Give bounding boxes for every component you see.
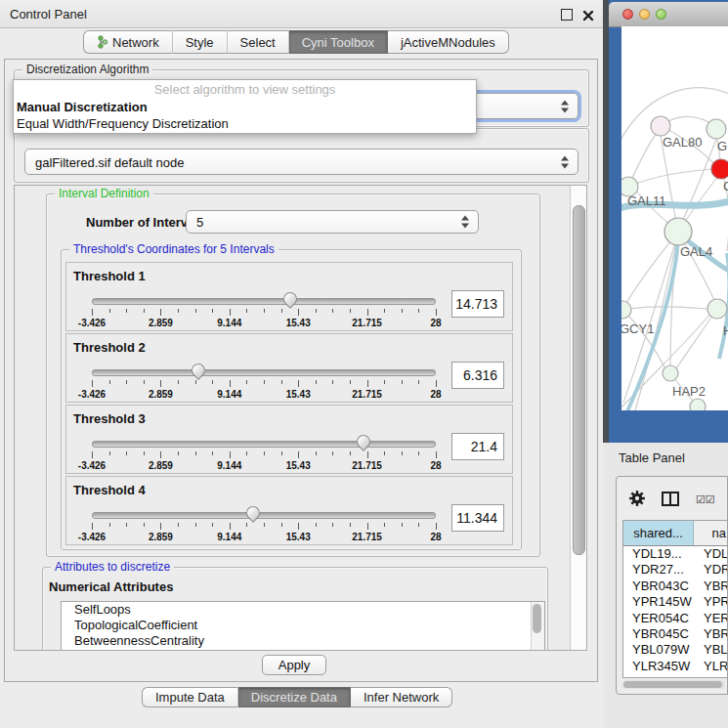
slider-thumb-icon[interactable] xyxy=(189,361,208,380)
attributes-scrollbar[interactable] xyxy=(531,602,544,651)
slider-tick-label: -3.426 xyxy=(78,389,106,400)
cell-shared-name[interactable]: YER054C xyxy=(623,611,693,626)
tab-jactivemnodules[interactable]: jActiveMNodules xyxy=(388,30,509,54)
table-horizontal-scrollbar[interactable] xyxy=(622,680,725,689)
slider-thumb-icon[interactable] xyxy=(280,289,300,309)
network-node[interactable] xyxy=(664,218,692,245)
cell-shared-name[interactable]: YBL079W xyxy=(623,642,693,658)
column-header-name[interactable]: na xyxy=(694,521,727,545)
network-node[interactable] xyxy=(651,116,670,136)
table-row[interactable]: YBR043CYBR0 xyxy=(623,578,727,594)
minimize-traffic-light-icon[interactable] xyxy=(639,9,650,20)
network-node[interactable] xyxy=(707,299,727,319)
float-window-icon[interactable] xyxy=(561,9,573,21)
network-edge[interactable] xyxy=(661,136,678,232)
dropdown-item-manual-discretization[interactable]: Manual Discretization xyxy=(14,99,476,115)
attribute-list-item[interactable]: SelfLoops xyxy=(62,602,544,618)
cell-shared-name[interactable]: YBR045C xyxy=(623,626,693,642)
threshold-slider[interactable]: -3.4262.8599.14415.4321.71528 xyxy=(92,435,436,470)
threshold-panel: Threshold 2 -3.4262.8599.14415.4321.7152… xyxy=(65,333,513,403)
tab-style[interactable]: Style xyxy=(173,30,228,54)
tab-discretize-data[interactable]: Discretize Data xyxy=(238,687,351,707)
cell-shared-name[interactable]: YPR145W xyxy=(623,594,693,610)
network-node[interactable] xyxy=(707,119,726,139)
threshold-value-field[interactable] xyxy=(451,504,504,532)
close-icon[interactable] xyxy=(582,8,594,20)
cell-shared-name[interactable]: YLR345W xyxy=(623,659,693,674)
network-node[interactable] xyxy=(690,399,706,410)
table-row[interactable]: YIL052CYIL0 xyxy=(623,674,727,678)
zoom-traffic-light-icon[interactable] xyxy=(656,9,666,20)
table-row[interactable]: YER054CYER0 xyxy=(623,611,727,626)
cell-name[interactable]: YER0 xyxy=(693,611,727,626)
gear-icon[interactable] xyxy=(628,490,646,511)
threshold-value-field[interactable] xyxy=(451,433,504,460)
table-data-combobox[interactable]: galFiltered.sif default node xyxy=(24,149,578,175)
cell-name[interactable]: YBL0 xyxy=(693,642,727,658)
network-edge[interactable] xyxy=(623,310,664,367)
table-row[interactable]: YPR145WYPR1 xyxy=(623,594,727,610)
checkboxes-icon[interactable]: ☑☑ xyxy=(696,493,715,506)
dropdown-item-equal-width-frequency[interactable]: Equal Width/Frequency Discretization xyxy=(14,115,476,132)
tab-infer-network[interactable]: Infer Network xyxy=(351,687,452,707)
scrollbar-thumb[interactable] xyxy=(533,604,541,633)
dropdown-placeholder-item[interactable]: Select algorithm to view settings xyxy=(14,80,476,99)
cell-name[interactable]: YIL0 xyxy=(693,674,727,678)
column-header-shared-name[interactable]: shared... xyxy=(623,521,694,545)
scrollbar-thumb[interactable] xyxy=(573,205,585,555)
close-traffic-light-icon[interactable] xyxy=(622,9,633,20)
cell-name[interactable]: YBR0 xyxy=(693,626,727,642)
network-edge[interactable] xyxy=(676,309,717,368)
slider-tick xyxy=(109,309,110,313)
threshold-slider[interactable]: -3.4262.8599.14415.4321.71528 xyxy=(92,506,436,541)
network-canvas[interactable]: GAL80G.CGAL11GAL4GCY1HHAP2 xyxy=(621,26,728,410)
cell-name[interactable]: YDR2 xyxy=(693,562,727,578)
table-row[interactable]: YDR27...YDR2 xyxy=(623,562,727,578)
slider-thumb-icon[interactable] xyxy=(244,503,264,523)
network-edge[interactable] xyxy=(628,169,712,187)
slider-thumb-icon[interactable] xyxy=(354,432,373,451)
slider-track[interactable] xyxy=(92,512,436,519)
table-row[interactable]: YBR045CYBR0 xyxy=(623,626,727,642)
number-of-intervals-combobox[interactable]: 5 xyxy=(186,210,479,234)
apply-button[interactable]: Apply xyxy=(262,655,326,675)
threshold-value-field[interactable] xyxy=(451,362,504,389)
cell-shared-name[interactable]: YDL19... xyxy=(623,546,693,562)
attribute-list-item[interactable]: TopologicalCoefficient xyxy=(62,618,544,633)
columns-icon[interactable] xyxy=(662,492,679,506)
table-row[interactable]: YDL19...YDL1 xyxy=(623,546,727,562)
cell-name[interactable]: YDL1 xyxy=(693,546,727,562)
settings-vertical-scrollbar[interactable] xyxy=(570,186,586,650)
cell-shared-name[interactable]: YIL052C xyxy=(623,674,693,678)
attribute-list-item[interactable]: BetweennessCentrality xyxy=(62,633,544,649)
slider-track[interactable] xyxy=(92,441,436,448)
cell-shared-name[interactable]: YDR27... xyxy=(623,562,693,578)
network-node[interactable] xyxy=(711,159,728,179)
network-graph[interactable]: GAL80G.CGAL11GAL4GCY1HHAP2 xyxy=(621,26,728,410)
table-row[interactable]: YLR345WYLR3 xyxy=(623,659,727,674)
table-row[interactable]: YBL079WYBL0 xyxy=(623,642,727,658)
scrollbar-thumb[interactable] xyxy=(623,681,722,688)
cell-shared-name[interactable]: YBR043C xyxy=(623,578,693,594)
slider-tick xyxy=(160,523,161,530)
tab-network[interactable]: Network xyxy=(83,30,173,54)
threshold-value-field[interactable] xyxy=(451,290,504,318)
threshold-slider[interactable]: -3.4262.8599.14415.4321.71528 xyxy=(92,364,436,399)
slider-tick xyxy=(436,451,437,458)
slider-track[interactable] xyxy=(92,298,436,305)
cell-name[interactable]: YPR1 xyxy=(693,594,727,610)
slider-tick xyxy=(332,451,333,455)
cell-name[interactable]: YBR0 xyxy=(693,578,727,594)
interval-definition-group: Interval Definition Number of Intervals … xyxy=(46,193,540,557)
cell-name[interactable]: YLR3 xyxy=(693,659,727,674)
slider-track[interactable] xyxy=(92,369,436,376)
tab-select[interactable]: Select xyxy=(228,30,289,54)
threshold-slider[interactable]: -3.4262.8599.14415.4321.71528 xyxy=(92,292,436,327)
numerical-attributes-list[interactable]: SelfLoopsTopologicalCoefficientBetweenne… xyxy=(61,601,545,651)
slider-tick xyxy=(126,380,127,384)
tab-cyni-toolbox[interactable]: Cyni Toolbox xyxy=(289,30,388,54)
network-node[interactable] xyxy=(663,365,678,381)
slider-tick xyxy=(367,380,368,387)
tab-impute-data[interactable]: Impute Data xyxy=(142,687,238,707)
network-node[interactable] xyxy=(621,301,631,319)
